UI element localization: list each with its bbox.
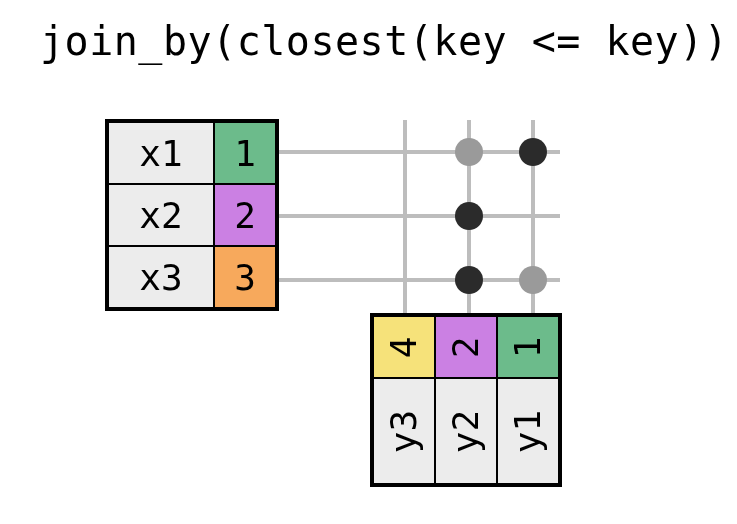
match-dot-chosen bbox=[519, 138, 547, 166]
match-dot-candidate bbox=[519, 266, 547, 294]
x-table-row: x22 bbox=[108, 184, 276, 246]
y-key-cell: 1 bbox=[497, 316, 559, 378]
y-value-cell: y2 bbox=[435, 378, 497, 484]
y-value-cell: y3 bbox=[373, 378, 435, 484]
y-table-col: 1y1 bbox=[497, 316, 559, 484]
grid-col-line bbox=[403, 120, 407, 314]
x-value-cell: x2 bbox=[108, 184, 214, 246]
match-dot-candidate bbox=[455, 138, 483, 166]
grid-row-line bbox=[278, 150, 560, 154]
y-table: 4y32y21y1 bbox=[370, 313, 562, 487]
x-table-row: x11 bbox=[108, 122, 276, 184]
match-dot-chosen bbox=[455, 202, 483, 230]
x-key-cell: 3 bbox=[214, 246, 276, 308]
x-value-cell: x3 bbox=[108, 246, 214, 308]
grid-row-line bbox=[278, 214, 560, 218]
y-table-col: 4y3 bbox=[373, 316, 435, 484]
x-key-cell: 1 bbox=[214, 122, 276, 184]
x-table: x11x22x33 bbox=[105, 119, 279, 311]
y-table-col: 2y2 bbox=[435, 316, 497, 484]
y-key-cell: 2 bbox=[435, 316, 497, 378]
x-value-cell: x1 bbox=[108, 122, 214, 184]
code-title: join_by(closest(key <= key)) bbox=[40, 18, 728, 64]
match-dot-chosen bbox=[455, 266, 483, 294]
y-value-cell: y1 bbox=[497, 378, 559, 484]
y-key-cell: 4 bbox=[373, 316, 435, 378]
grid-row-line bbox=[278, 278, 560, 282]
x-table-row: x33 bbox=[108, 246, 276, 308]
x-key-cell: 2 bbox=[214, 184, 276, 246]
diagram-canvas: join_by(closest(key <= key)) x11x22x33 4… bbox=[0, 0, 737, 524]
